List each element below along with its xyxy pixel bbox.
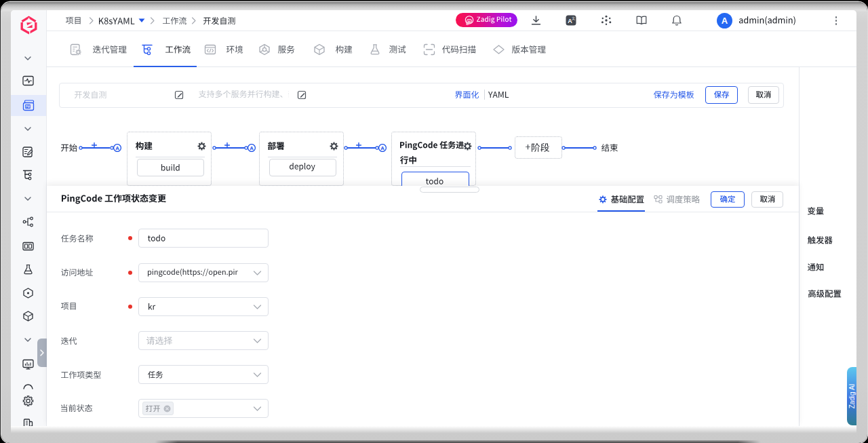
svg-text:文: 文: [572, 16, 576, 20]
svg-text:A: A: [380, 145, 384, 151]
svg-text:A: A: [250, 145, 254, 151]
svg-text:PM: PM: [26, 105, 31, 109]
svg-text:AI: AI: [468, 19, 471, 22]
svg-text:A: A: [115, 145, 119, 151]
